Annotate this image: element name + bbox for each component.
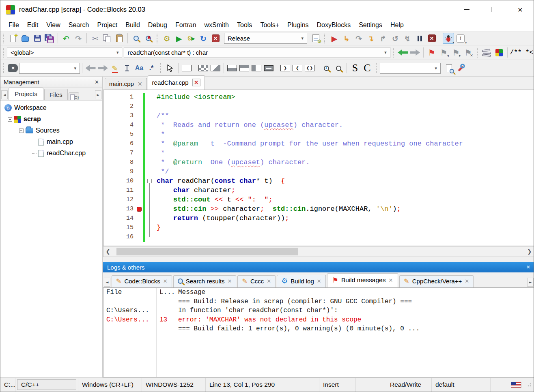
editor-tab-main.cpp[interactable]: main.cpp✕ <box>105 78 147 90</box>
step-out-button[interactable]: ↱ <box>377 33 389 44</box>
zoom-out-button[interactable]: − <box>333 63 344 74</box>
fold-margin[interactable] <box>145 204 154 214</box>
undo-button[interactable]: ↶ <box>60 33 72 44</box>
breakpoint-margin[interactable] <box>136 130 143 139</box>
tree-item-main-cpp[interactable]: main.cpp <box>0 136 102 148</box>
fold-margin[interactable] <box>145 148 154 158</box>
scroll-left-arrow[interactable]: ❮ <box>103 246 112 257</box>
log-row[interactable]: === Build failed: 1 error(s), 0 warning(… <box>103 324 534 334</box>
doxygen-block-comment-button[interactable]: /** *< <box>510 47 533 58</box>
tree-item-sources[interactable]: Sources <box>0 125 102 136</box>
build-options-button[interactable] <box>310 33 321 44</box>
log-row[interactable]: === Build: Release in scrap (compiler: G… <box>103 297 534 306</box>
browse-back-button[interactable] <box>397 47 409 58</box>
breakpoint-margin[interactable] <box>136 223 143 232</box>
highlight-button[interactable]: ✎ <box>109 63 121 74</box>
doxywizard-button[interactable] <box>493 47 505 58</box>
step-into-button[interactable]: ↴ <box>365 33 377 44</box>
log-tab-build-log[interactable]: ⚙Build log✕ <box>277 275 326 287</box>
close-tab-icon[interactable]: ✕ <box>192 79 200 86</box>
toggle-bookmark-button[interactable]: ⚑ <box>426 47 437 58</box>
styled-text-c-button[interactable]: C <box>362 63 373 74</box>
build-button[interactable]: ⚙ <box>161 33 172 44</box>
toolbar-grip[interactable] <box>160 63 162 73</box>
scope-select[interactable]: <global> ▾ <box>7 47 122 58</box>
fold-margin[interactable] <box>145 167 154 176</box>
search-prev-button[interactable] <box>85 63 96 74</box>
new-file-button[interactable] <box>7 33 19 44</box>
toolbar-grip[interactable] <box>3 48 5 58</box>
expand-both-tool-button[interactable]: ❮❯ <box>304 63 315 74</box>
toolbar-grip[interactable] <box>3 34 5 43</box>
fold-margin[interactable] <box>145 111 154 120</box>
resize-grip[interactable] <box>527 383 531 387</box>
toolbar-grip[interactable] <box>3 63 5 73</box>
save-all-button[interactable] <box>44 33 55 44</box>
scroll-right-arrow[interactable]: ❯ <box>525 246 534 257</box>
breakpoint-margin[interactable] <box>136 214 143 223</box>
next-line-button[interactable]: ↷ <box>353 33 364 44</box>
align-top-tool-button[interactable] <box>239 63 250 74</box>
close-tab-icon[interactable]: ✕ <box>465 278 469 284</box>
minimize-button[interactable] <box>453 0 480 19</box>
sizer-filled-tool-button[interactable] <box>263 63 274 74</box>
align-bottom-tool-button[interactable] <box>226 63 238 74</box>
run-button[interactable]: ▶ <box>173 33 185 44</box>
log-row[interactable]: C:\Users...In function 'char readChar(co… <box>103 306 534 315</box>
menu-tools+[interactable]: Tools+ <box>256 20 283 30</box>
selected-text-button[interactable] <box>121 63 133 74</box>
fold-margin[interactable] <box>145 223 154 232</box>
breakpoint-margin[interactable] <box>136 232 143 242</box>
build-target-select[interactable]: Release ▾ <box>224 33 307 44</box>
toolbar-grip[interactable] <box>376 63 378 73</box>
expand-right-tool-button[interactable]: ❯ <box>280 63 291 74</box>
breakpoint-margin[interactable] <box>136 102 143 111</box>
pointer-tool-button[interactable] <box>164 63 176 74</box>
browse-forward-button[interactable] <box>409 47 421 58</box>
breakpoint-margin[interactable] <box>136 111 143 120</box>
fold-margin[interactable] <box>145 232 154 242</box>
fold-margin[interactable] <box>145 139 154 148</box>
menu-file[interactable]: File <box>4 20 23 30</box>
editor-hscrollbar[interactable]: ❮ ❯ <box>103 246 534 257</box>
breakpoint-margin[interactable] <box>136 139 143 148</box>
incsearch-options-button[interactable] <box>455 63 467 74</box>
tree-item-readchar-cpp[interactable]: readChar.cpp <box>0 148 102 159</box>
build-messages-table[interactable]: File L... Message === Build: Release in … <box>103 287 534 377</box>
log-tab-cppcheck-vera-[interactable]: ✎CppCheck/Vera++✕ <box>399 275 474 287</box>
menu-settings[interactable]: Settings <box>355 20 386 30</box>
tree-item-scrap[interactable]: scrap <box>0 114 102 125</box>
regex-button[interactable]: .* <box>146 63 157 74</box>
align-left-tool-button[interactable] <box>251 63 262 74</box>
copy-button[interactable] <box>101 33 113 44</box>
incremental-search-combo[interactable]: ▾ <box>380 63 441 74</box>
step-into-instruction-button[interactable]: ↯ <box>402 33 413 44</box>
log-tab-code-blocks[interactable]: ✎Code::Blocks✕ <box>112 275 172 287</box>
rebuild-button[interactable]: ↻ <box>198 33 209 44</box>
tab-projects[interactable]: Projects <box>9 88 43 100</box>
breakpoint-margin[interactable] <box>136 120 143 130</box>
function-select[interactable]: readChar(const char* t) : char ▾ <box>124 47 390 58</box>
editor-content[interactable]: 1#include <iostream>23/**4 * Reads and r… <box>103 90 534 246</box>
clear-bookmarks-button[interactable]: ⚑✕ <box>463 47 474 58</box>
menu-help[interactable]: Help <box>386 20 408 30</box>
close-tab-icon[interactable]: ✕ <box>317 278 321 284</box>
tab-files[interactable]: Files <box>44 89 68 100</box>
open-file-button[interactable] <box>19 33 31 44</box>
log-tab-build-messages[interactable]: ⚑Build messages✕ <box>327 273 398 287</box>
fold-margin[interactable] <box>145 176 154 186</box>
match-case-button[interactable]: Aa <box>134 63 145 74</box>
close-tab-icon[interactable]: ✕ <box>163 278 168 284</box>
tabs-scroll-right-button[interactable]: ► <box>95 90 101 99</box>
menu-view[interactable]: View <box>42 20 64 30</box>
build-and-run-button[interactable]: ⚙▶ <box>185 33 197 44</box>
doxyblocks-extract-button[interactable] <box>481 47 493 58</box>
menu-build[interactable]: Build <box>121 20 144 30</box>
breakpoint-margin[interactable] <box>136 176 143 186</box>
close-tab-icon[interactable]: ✕ <box>267 278 271 284</box>
breakpoint-margin[interactable] <box>136 204 143 214</box>
expand-left-tool-button[interactable]: ❮ <box>292 63 303 74</box>
zoom-in-button[interactable]: + <box>321 63 332 74</box>
fold-margin[interactable] <box>145 186 154 195</box>
toolbar-grip[interactable] <box>393 48 395 58</box>
